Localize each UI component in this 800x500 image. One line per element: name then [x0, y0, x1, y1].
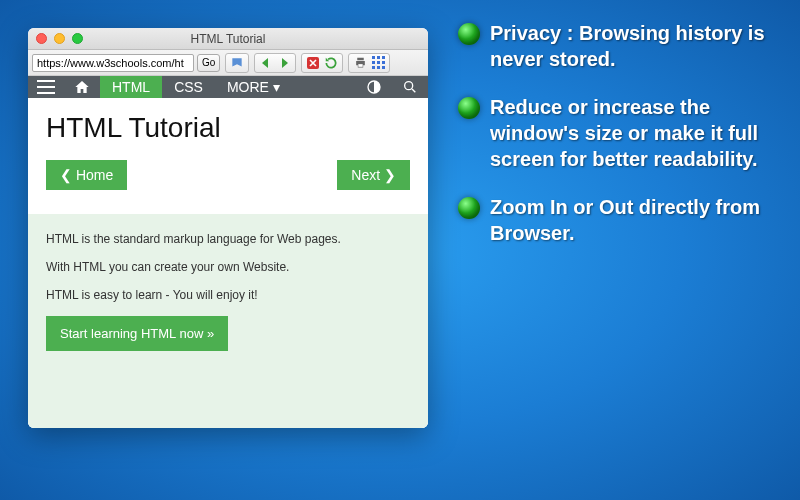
feature-item: Zoom In or Out directly from Browser.	[458, 194, 778, 246]
zoom-button[interactable]	[72, 33, 83, 44]
svg-rect-2	[372, 56, 375, 59]
intro-paragraph: With HTML you can create your own Websit…	[46, 260, 410, 274]
intro-paragraph: HTML is easy to learn - You will enjoy i…	[46, 288, 410, 302]
page-intro: HTML is the standard markup language for…	[28, 214, 428, 428]
svg-rect-1	[358, 64, 362, 67]
svg-point-12	[405, 82, 413, 90]
minimize-button[interactable]	[54, 33, 65, 44]
browser-window: HTML Tutorial Go	[28, 28, 428, 428]
svg-rect-4	[382, 56, 385, 59]
bookmarks-icon[interactable]	[228, 54, 246, 72]
page-heading: HTML Tutorial	[46, 112, 410, 144]
svg-rect-7	[382, 61, 385, 64]
site-nav: HTML CSS MORE ▾	[28, 76, 428, 98]
page-body: HTML Tutorial ❮ Home Next ❯	[28, 98, 428, 202]
feature-text: Reduce or increase the window's size or …	[490, 94, 778, 172]
traffic-lights	[36, 33, 83, 44]
titlebar: HTML Tutorial	[28, 28, 428, 50]
go-button[interactable]: Go	[197, 54, 220, 72]
svg-rect-6	[377, 61, 380, 64]
back-icon[interactable]	[257, 54, 275, 72]
svg-rect-10	[382, 66, 385, 69]
menu-icon[interactable]	[28, 76, 64, 98]
grid-icon[interactable]	[369, 54, 387, 72]
svg-rect-3	[377, 56, 380, 59]
home-button[interactable]: ❮ Home	[46, 160, 127, 190]
reload-icon[interactable]	[322, 54, 340, 72]
page-viewport: HTML CSS MORE ▾ HTML Tutorial ❮ Home Nex…	[28, 76, 428, 428]
close-button[interactable]	[36, 33, 47, 44]
svg-rect-8	[372, 66, 375, 69]
bullet-icon	[458, 197, 480, 219]
feature-item: Reduce or increase the window's size or …	[458, 94, 778, 172]
search-icon[interactable]	[392, 76, 428, 98]
start-learning-button[interactable]: Start learning HTML now »	[46, 316, 228, 351]
feature-item: Privacy : Browsing history is never stor…	[458, 20, 778, 72]
svg-rect-9	[377, 66, 380, 69]
dark-mode-icon[interactable]	[356, 76, 392, 98]
toolbar: Go	[28, 50, 428, 76]
feature-list: Privacy : Browsing history is never stor…	[458, 20, 778, 268]
next-button[interactable]: Next ❯	[337, 160, 410, 190]
home-icon[interactable]	[64, 76, 100, 98]
nav-css[interactable]: CSS	[162, 76, 215, 98]
nav-html[interactable]: HTML	[100, 76, 162, 98]
feature-text: Zoom In or Out directly from Browser.	[490, 194, 778, 246]
intro-paragraph: HTML is the standard markup language for…	[46, 232, 410, 246]
url-input[interactable]	[32, 54, 194, 72]
bullet-icon	[458, 97, 480, 119]
forward-icon[interactable]	[275, 54, 293, 72]
window-title: HTML Tutorial	[191, 32, 266, 46]
svg-rect-5	[372, 61, 375, 64]
nav-more[interactable]: MORE ▾	[215, 76, 292, 98]
feature-text: Privacy : Browsing history is never stor…	[490, 20, 778, 72]
stop-icon[interactable]	[304, 54, 322, 72]
print-icon[interactable]	[351, 54, 369, 72]
bullet-icon	[458, 23, 480, 45]
